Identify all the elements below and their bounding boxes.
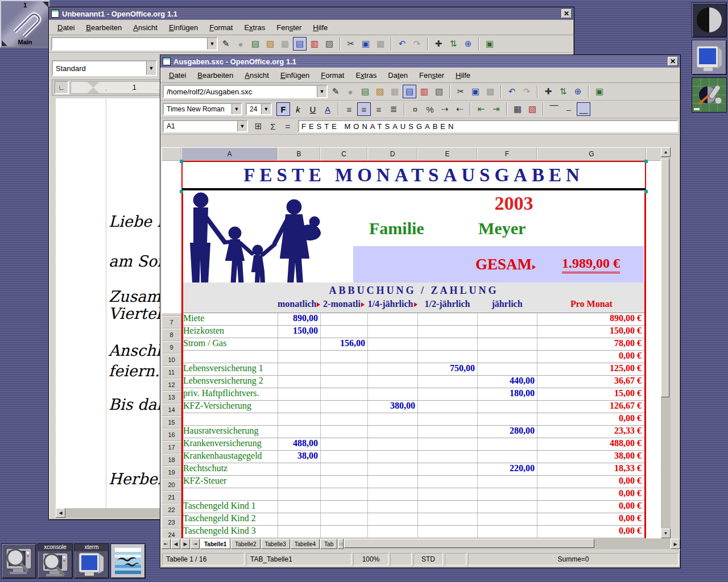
undo-icon[interactable]: ↶ [395, 37, 409, 51]
edit-file-icon[interactable]: ✎ [329, 85, 342, 98]
sort-icon[interactable]: ⇅ [446, 37, 460, 51]
cell[interactable] [320, 388, 367, 400]
redo-icon[interactable]: ↷ [410, 37, 424, 51]
align-middle-button[interactable]: – [562, 102, 576, 116]
export-pdf-icon[interactable]: ▥ [417, 85, 431, 98]
chevron-down-icon[interactable]: ▼ [237, 121, 247, 131]
column-header-G[interactable]: G [537, 147, 646, 161]
writer-titlebar[interactable]: Unbenannt1 - OpenOffice.org 1.1 ✕ [49, 7, 574, 20]
cell[interactable] [477, 488, 537, 500]
cell[interactable] [417, 426, 477, 438]
cut-icon[interactable]: ✂ [454, 85, 468, 98]
row-header-19[interactable]: 19 [162, 466, 181, 479]
cell[interactable] [477, 526, 537, 538]
wm-main-button[interactable]: 1 Main [0, 0, 50, 48]
row-header-20[interactable]: 20 [162, 479, 181, 491]
sheet-data-rows[interactable]: Miete890,00890,00 €Heizkosten150,00150,0… [181, 313, 646, 538]
cell[interactable] [417, 451, 477, 463]
new-document-icon[interactable]: ▤ [358, 85, 372, 98]
cell[interactable] [181, 488, 278, 500]
calc-url-input[interactable]: /home/rolf2/Ausgaben.sxc ▼ [163, 85, 328, 98]
cell[interactable] [320, 488, 367, 500]
cell[interactable] [417, 376, 477, 388]
chevron-down-icon[interactable]: ▼ [146, 61, 156, 75]
cell[interactable] [320, 363, 367, 375]
open-document-icon[interactable]: ▨ [263, 37, 277, 51]
sheet-tab-tabelle3[interactable]: Tabelle3 [261, 539, 290, 549]
row-header-23[interactable]: 23 [162, 516, 181, 529]
gallery-icon[interactable]: ▣ [593, 85, 606, 98]
bold-button[interactable]: F [276, 102, 290, 116]
sheet-row-11[interactable]: Lebensversicherung 1750,00125,00 € [181, 363, 646, 376]
menu-hilfe[interactable]: Hilfe [308, 22, 333, 34]
cell-A1-selected[interactable]: FESTE MONATSAUSGABEN [181, 161, 646, 190]
sheet-row-9[interactable]: Strom / Gas156,0078,00 € [181, 338, 646, 351]
borders-button[interactable]: ▦ [511, 102, 524, 116]
cell[interactable] [278, 363, 320, 375]
edit-mode-icon[interactable]: ▤ [403, 85, 416, 98]
font-name-select[interactable]: Times New Roman ▼ [163, 103, 242, 115]
margin-marker-icon[interactable] [87, 88, 100, 93]
cell[interactable] [417, 501, 477, 513]
sheet-banner[interactable]: FESTE MONATSAUSGABEN [162, 161, 646, 313]
undo-icon[interactable]: ↶ [505, 85, 519, 98]
cell[interactable] [417, 438, 477, 450]
sheet-row-12[interactable]: Lebensversicherung 2440,0036,67 € [181, 376, 646, 388]
cell[interactable]: 280,00 [477, 426, 537, 438]
print-icon[interactable]: ▧ [432, 85, 446, 98]
cell[interactable] [367, 351, 417, 363]
cell[interactable] [278, 413, 320, 425]
cell[interactable] [320, 438, 367, 450]
navigator-icon[interactable]: ✚ [541, 85, 555, 98]
cell[interactable]: Taschengeld Kind 3 [181, 526, 278, 538]
paste-icon[interactable]: ▩ [483, 85, 497, 98]
menu-extras[interactable]: Extras [350, 69, 382, 81]
print-icon[interactable]: ▧ [322, 37, 336, 51]
row-header-15[interactable]: 15 [162, 416, 181, 429]
scroll-up-icon[interactable]: ▲ [661, 147, 671, 157]
gallery-icon[interactable]: ▣ [483, 37, 497, 51]
vscrollbar[interactable]: ▲ ▼ [661, 147, 671, 538]
align-justify-button[interactable]: ≣ [387, 102, 400, 116]
cell[interactable] [367, 476, 417, 488]
cell[interactable]: 0,00 € [537, 413, 646, 425]
taskbar-xterm-button[interactable]: xterm [74, 543, 109, 579]
cell[interactable] [320, 426, 367, 438]
sheet-row-15[interactable]: 0,00 € [181, 413, 646, 426]
save-document-icon[interactable]: ▦ [388, 85, 402, 98]
sheet-row-21[interactable]: 0,00 € [181, 488, 646, 501]
dock-config-button[interactable] [692, 77, 727, 113]
next-sheet-icon[interactable]: ▶ [181, 539, 190, 549]
stop-loading-icon[interactable]: ● [344, 85, 357, 98]
cell[interactable] [320, 476, 367, 488]
function-autopilot-icon[interactable]: ⊞ [251, 119, 265, 133]
paragraph-style-select[interactable]: Standard ▼ [52, 60, 157, 76]
corner-header[interactable] [162, 147, 181, 161]
cell[interactable]: Rechtschutz [181, 463, 278, 475]
cell[interactable] [477, 401, 537, 413]
sheet-tab-tab[interactable]: Tab [320, 539, 337, 549]
cell[interactable]: Taschengeld Kind 2 [181, 513, 278, 525]
cell[interactable] [417, 488, 477, 500]
family-name[interactable]: Meyer [478, 219, 526, 238]
cell[interactable]: 0,00 € [537, 513, 646, 525]
cell-reference-box[interactable]: A1 ▼ [163, 120, 248, 132]
cell[interactable]: Lebensversicherung 2 [181, 376, 278, 388]
cell[interactable]: 220,00 [477, 463, 537, 475]
sheet-row-22[interactable]: Taschengeld Kind 10,00 € [181, 501, 646, 513]
sheet-tab-tabelle4[interactable]: Tabelle4 [291, 539, 320, 549]
dock-window-maker-button[interactable] [692, 2, 727, 38]
cell[interactable] [278, 426, 320, 438]
cell[interactable] [417, 513, 477, 525]
sheet-tab-tabelle1[interactable]: Tabelle1 [200, 539, 230, 549]
sheet-row-23[interactable]: Taschengeld Kind 20,00 € [181, 513, 646, 526]
cell[interactable]: 0,00 € [537, 501, 646, 513]
cell[interactable]: Krankenhaustagegeld [181, 451, 278, 463]
row-header-10[interactable]: 10 [162, 354, 181, 366]
cell[interactable] [320, 401, 367, 413]
cell[interactable]: 23,33 € [537, 426, 646, 438]
dock-terminal-button[interactable] [692, 40, 727, 75]
sheet-row-10[interactable]: 0,00 € [181, 351, 646, 363]
sheet-row-14[interactable]: KFZ-Versicherung380,00126,67 € [181, 401, 646, 413]
copy-icon[interactable]: ▣ [359, 37, 373, 51]
